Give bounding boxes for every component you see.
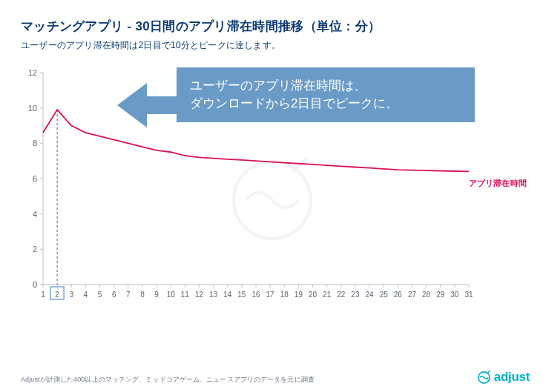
callout-box: ユーザーのアプリ滞在時間は、 ダウンロードから2日目でピークに。 [177, 67, 475, 122]
svg-text:5: 5 [98, 290, 102, 299]
footnote: Adjustが計測した400以上のマッチング、ミッドコアゲーム、ニュースアプリの… [21, 375, 315, 385]
svg-text:24: 24 [366, 290, 375, 299]
svg-text:8: 8 [140, 290, 145, 299]
callout-line-1: ユーザーのアプリ滞在時間は、 [190, 77, 398, 95]
series-label: アプリ滞在時間 [469, 178, 527, 189]
svg-text:28: 28 [422, 290, 431, 299]
chart-subtitle: ユーザーのアプリ滞在時間は2日目で10分とピークに達します。 [21, 39, 522, 52]
svg-text:9: 9 [154, 290, 159, 299]
chart-area: 0246810121234567891011121314151617181920… [22, 65, 522, 310]
svg-text:4: 4 [33, 210, 37, 219]
svg-text:18: 18 [280, 290, 289, 299]
svg-text:10: 10 [28, 104, 37, 113]
svg-text:0: 0 [33, 280, 37, 289]
svg-text:7: 7 [126, 290, 131, 299]
svg-text:29: 29 [436, 290, 445, 299]
svg-text:6: 6 [33, 174, 37, 183]
svg-text:10: 10 [167, 290, 176, 299]
svg-text:27: 27 [408, 290, 417, 299]
svg-text:8: 8 [33, 139, 37, 147]
svg-text:22: 22 [337, 290, 346, 299]
svg-text:26: 26 [394, 290, 403, 299]
svg-text:6: 6 [112, 290, 116, 299]
svg-text:15: 15 [237, 290, 246, 299]
svg-text:3: 3 [69, 290, 73, 299]
svg-text:2: 2 [55, 290, 59, 299]
svg-text:21: 21 [323, 290, 332, 299]
svg-line-84 [487, 371, 490, 373]
svg-text:16: 16 [251, 290, 260, 299]
svg-text:1: 1 [41, 290, 45, 299]
adjust-logo-icon [477, 371, 491, 385]
svg-text:4: 4 [84, 290, 88, 299]
chart-title: マッチングアプリ - 30日間のアプリ滞在時間推移（単位：分） [21, 18, 522, 35]
svg-text:14: 14 [223, 290, 232, 299]
callout-arrow-icon [117, 73, 184, 132]
svg-text:17: 17 [266, 290, 275, 299]
svg-text:11: 11 [181, 290, 190, 299]
svg-text:2: 2 [33, 245, 37, 253]
svg-text:19: 19 [294, 290, 303, 299]
svg-marker-82 [117, 83, 184, 127]
svg-text:25: 25 [380, 290, 389, 299]
svg-text:13: 13 [209, 290, 218, 299]
callout-line-2: ダウンロードから2日目でピークに。 [190, 95, 398, 113]
brand-text: adjust [494, 370, 530, 385]
svg-text:31: 31 [464, 290, 473, 299]
svg-text:30: 30 [450, 290, 459, 299]
svg-text:12: 12 [195, 290, 204, 299]
svg-text:23: 23 [351, 290, 360, 299]
brand-logo: adjust [477, 370, 530, 385]
svg-text:20: 20 [309, 290, 317, 299]
svg-text:12: 12 [28, 68, 37, 77]
